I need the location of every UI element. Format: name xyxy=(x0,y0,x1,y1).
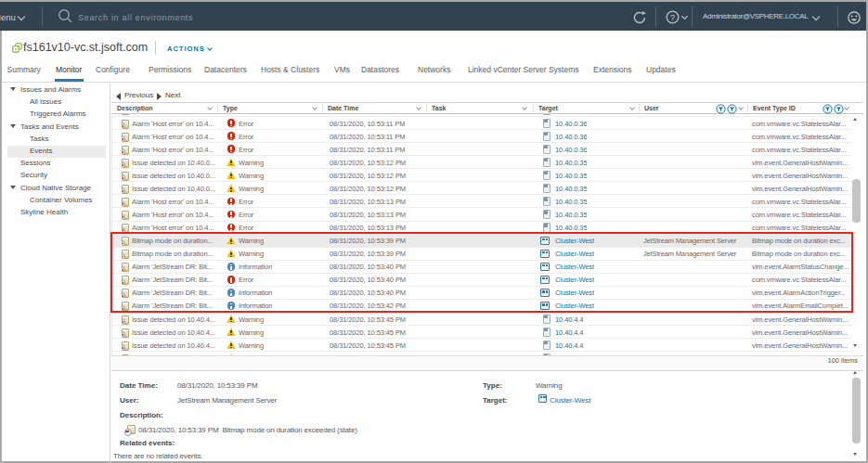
svg-text:?: ? xyxy=(670,13,675,22)
